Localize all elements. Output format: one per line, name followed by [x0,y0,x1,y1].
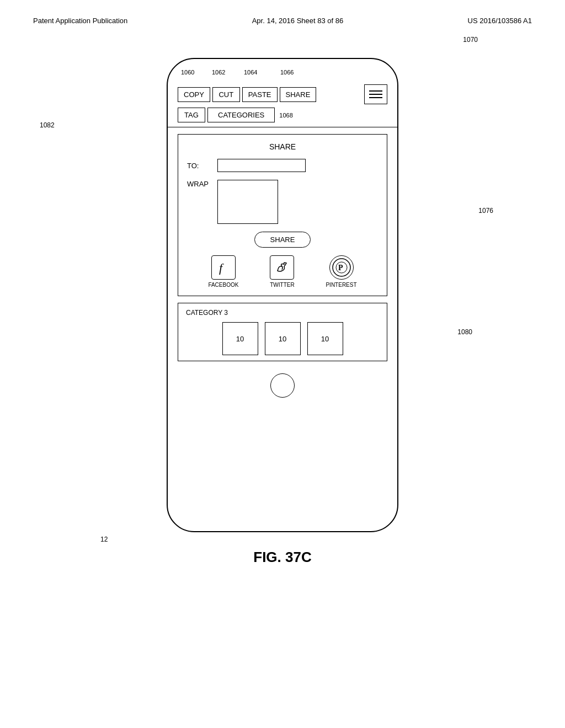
home-button[interactable] [270,373,295,398]
tag-button[interactable]: TAG [178,108,205,122]
toolbar-row1: COPY CUT PASTE SHARE [178,84,387,104]
label-12: 12 [100,536,108,543]
hamburger-line-1 [369,90,382,92]
header-left: Patent Application Publication [33,17,127,25]
hamburger-line-3 [369,97,382,98]
category-item-3[interactable]: 10 [307,322,343,355]
label-1064: 1064 [244,69,257,76]
to-label: TO: [187,162,217,170]
facebook-item: f FACEBOOK [208,255,238,288]
label-1062: 1062 [212,69,225,76]
to-input[interactable] [217,159,306,172]
figure-label: FIG. 37C [0,532,565,566]
social-row: f FACEBOOK TWITTER [187,255,378,288]
label-1070: 1070 [463,36,478,44]
twitter-item: TWITTER [270,255,294,288]
share-panel: SHARE TO: WRAP SHARE [178,134,387,296]
phone-device: 1060 1062 1064 1066 COPY CUT PASTE SHARE [167,58,398,532]
pinterest-label: PINTEREST [326,282,356,288]
hamburger-line-2 [369,94,382,95]
category-item-2[interactable]: 10 [265,322,301,355]
svg-text:P: P [338,264,343,272]
header-center: Apr. 14, 2016 Sheet 83 of 86 [252,17,344,25]
categories-button[interactable]: CATEGORIES [207,108,275,122]
toolbar-area: 1060 1062 1064 1066 COPY CUT PASTE SHARE [168,59,397,127]
label-1060: 1060 [181,69,194,76]
header-right: US 2016/103586 A1 [468,17,532,25]
hamburger-menu[interactable] [364,84,387,104]
label-1066: 1066 [280,69,294,76]
paste-button[interactable]: PASTE [242,87,278,102]
label-1080: 1080 [457,328,472,336]
svg-text:f: f [219,261,224,275]
home-button-container [168,368,397,409]
category-title: CATEGORY 3 [186,309,379,317]
pinterest-item: P PINTEREST [326,255,356,288]
label-1076: 1076 [478,207,493,215]
twitter-label: TWITTER [270,282,294,288]
facebook-label: FACEBOOK [208,282,238,288]
label-1068: 1068 [279,112,292,119]
pinterest-icon[interactable]: P [329,255,354,280]
main-content: SHARE TO: WRAP SHARE [168,127,397,531]
share-wrap-row: WRAP [187,180,378,224]
cut-button[interactable]: CUT [212,87,240,102]
copy-button[interactable]: COPY [178,87,210,102]
share-button-toolbar[interactable]: SHARE [280,87,317,102]
toolbar-row2: TAG CATEGORIES 1068 [178,108,387,122]
share-button-container: SHARE [187,232,378,248]
category-panel: CATEGORY 3 10 10 10 [178,303,387,361]
share-panel-title: SHARE [187,142,378,151]
share-oval-button[interactable]: SHARE [254,232,311,248]
page-header: Patent Application Publication Apr. 14, … [0,0,565,36]
category-item-1[interactable]: 10 [222,322,258,355]
category-items: 10 10 10 [186,322,379,355]
facebook-icon[interactable]: f [211,255,236,280]
wrap-label: WRAP [187,180,217,188]
share-to-row: TO: [187,159,378,172]
label-1082: 1082 [40,121,55,129]
twitter-icon[interactable] [270,255,294,280]
wrap-box [217,180,278,224]
